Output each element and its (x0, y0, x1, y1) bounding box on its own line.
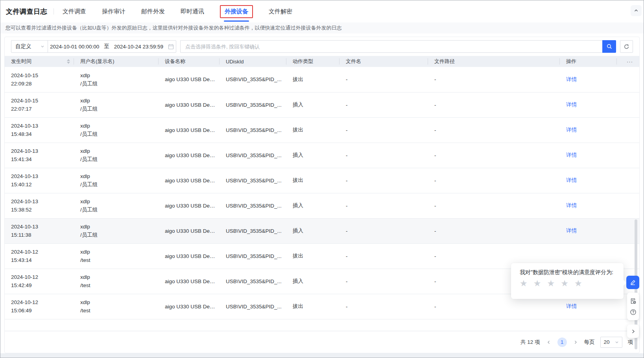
column-settings-button[interactable]: ··· (617, 56, 639, 67)
chevron-down-icon (615, 340, 619, 344)
cell-time: 2024-10-1215:42:49 (5, 269, 74, 294)
cell-extra (617, 67, 639, 92)
content-card: 自定义 2024-10-01 00:00:00 至 2024-10-24 23:… (4, 37, 640, 353)
cell-udiskid: USB\VID_3535&PID_... (220, 243, 286, 269)
refresh-button[interactable] (620, 40, 633, 53)
tab-3[interactable]: 邮件外发 (141, 8, 165, 15)
star-icon[interactable]: ★ (533, 279, 541, 288)
prev-page-button[interactable] (546, 340, 552, 345)
help-button[interactable] (630, 309, 637, 315)
cell-time: 2024-10-1315:40:12 (5, 168, 74, 193)
date-separator: 至 (104, 43, 109, 50)
col-header-udiskid: UDiskId (220, 56, 286, 67)
per-page-select[interactable]: 20 (600, 337, 622, 348)
cell-user: xdlp/员工组 (74, 67, 159, 92)
page-title: 文件调查日志 (6, 7, 47, 16)
col-header-operation: 操作 (560, 56, 617, 67)
table-row[interactable]: 2024-10-1315:38:52 xdlp/员工组 aigo U330 US… (5, 193, 639, 218)
chevron-down-icon (41, 45, 44, 48)
cell-udiskid: USB\VID_3535&PID_... (220, 143, 286, 168)
question-mark-icon (630, 309, 637, 315)
search-button[interactable] (602, 40, 616, 53)
page-description: 您可以查看并过滤通过外接设备（比如U盘等）外发的原始日志，这里提供针对外接设备外… (0, 22, 644, 33)
file-investigation-log-page: 文件调查日志 文件调查操作审计邮件外发即时通讯外接设备文件解密 您可以查看并过滤… (0, 0, 644, 358)
col-header-time[interactable]: 发生时间 (5, 56, 74, 67)
date-end: 2024-10-24 23:59:59 (114, 44, 163, 50)
detail-link[interactable]: 详情 (566, 228, 577, 234)
next-page-button[interactable] (572, 340, 579, 345)
star-icon[interactable]: ★ (561, 279, 568, 288)
table-row[interactable]: 2024-10-1315:40:12 xdlp/员工组 aigo U330 US… (5, 168, 639, 193)
detail-link[interactable]: 详情 (566, 152, 577, 158)
date-range-picker[interactable]: 2024-10-01 00:00:00 至 2024-10-24 23:59:5… (48, 40, 176, 53)
cell-filepath: - (428, 193, 560, 218)
cell-operation: 详情 (560, 218, 617, 243)
cell-filepath: - (428, 143, 560, 168)
cell-action-type: 插入 (286, 92, 340, 117)
current-page-button[interactable]: 1 (557, 338, 567, 347)
detail-link[interactable]: 详情 (566, 102, 577, 108)
col-header-device: 设备名称 (159, 56, 220, 67)
cell-action-type: 插入 (286, 218, 340, 243)
tab-5[interactable]: 外接设备 (220, 5, 253, 18)
cell-extra (617, 117, 639, 143)
table-row[interactable]: 2024-10-1522:09:28 xdlp/员工组 aigo U330 US… (5, 67, 639, 92)
search-input[interactable] (180, 40, 602, 53)
detail-link[interactable]: 详情 (566, 127, 577, 133)
cell-user: xdlp/test (74, 294, 159, 319)
star-icon[interactable]: ★ (574, 279, 582, 288)
cell-filepath: - (428, 117, 560, 143)
detail-link[interactable]: 详情 (566, 303, 577, 309)
cell-filename: - (340, 193, 428, 218)
pagination-bar: 共 12 项 1 每页 20 项 (5, 331, 639, 353)
cell-user: xdlp/员工组 (74, 143, 159, 168)
table-row[interactable]: 2024-10-1315:41:34 xdlp/员工组 aigo U330 US… (5, 143, 639, 168)
per-page-value: 20 (604, 339, 610, 345)
cell-time: 2024-10-1215:43:14 (5, 243, 74, 269)
table-row[interactable]: 2024-10-1522:07:17 xdlp/员工组 aigo U330 US… (5, 92, 639, 117)
expand-toolbar-button[interactable] (627, 325, 639, 338)
cell-action-type: 插入 (286, 143, 340, 168)
collapse-panel-button[interactable] (631, 5, 642, 16)
cell-action-type: 拔出 (286, 67, 340, 92)
detail-link[interactable]: 详情 (566, 202, 577, 208)
cell-time: 2024-10-1215:06:49 (5, 294, 74, 319)
cell-device: aigo U330 USB Device (159, 294, 220, 319)
cell-filename: - (340, 92, 428, 117)
star-icon[interactable]: ★ (520, 279, 528, 288)
cell-udiskid: USB\VID_3535&PID_... (220, 117, 286, 143)
cell-user: xdlp/员工组 (74, 193, 159, 218)
tab-2[interactable]: 操作审计 (102, 8, 125, 15)
table-row[interactable]: 2024-10-1315:48:34 xdlp/员工组 aigo U330 US… (5, 117, 639, 143)
tab-4[interactable]: 即时通讯 (181, 8, 204, 15)
cell-action-type: 拔出 (286, 117, 340, 143)
col-header-filepath: 文件路径 (428, 56, 560, 67)
star-icon[interactable]: ★ (547, 279, 555, 288)
cell-device: aigo U330 USB Device (159, 193, 220, 218)
date-range-type-select[interactable]: 自定义 (11, 40, 48, 53)
cell-device: aigo U330 USB Device (159, 117, 220, 143)
survey-form-button[interactable] (630, 298, 637, 304)
cell-action-type: 插入 (286, 269, 340, 294)
cell-operation: 详情 (560, 117, 617, 143)
cell-action-type: 拔出 (286, 243, 340, 269)
col-header-user: 用户名(显示名) (74, 56, 159, 67)
cell-operation: 详情 (560, 92, 617, 117)
tab-1[interactable]: 文件调查 (63, 8, 86, 15)
sort-icon[interactable] (67, 59, 70, 64)
detail-link[interactable]: 详情 (566, 76, 577, 82)
detail-link[interactable]: 详情 (566, 177, 577, 183)
col-header-filename: 文件名 (340, 56, 428, 67)
table-row[interactable]: 2024-10-1315:11:38 xdlp/员工组 aigo U330 US… (5, 218, 639, 243)
tab-6[interactable]: 文件解密 (269, 8, 292, 15)
cell-time: 2024-10-1315:41:34 (5, 143, 74, 168)
cell-user: xdlp/员工组 (74, 168, 159, 193)
cell-device: aigo U330 USB Device (159, 218, 220, 243)
cell-time: 2024-10-1522:07:17 (5, 92, 74, 117)
total-count: 共 12 项 (520, 339, 540, 346)
cell-time: 2024-10-1315:48:34 (5, 117, 74, 143)
feedback-button[interactable] (626, 276, 639, 289)
cell-filename: - (340, 269, 428, 294)
survey-form-icon (630, 298, 637, 304)
table-header: 发生时间 用户名(显示名) 设备名称 UDiskId 动作类型 文件名 文件路径… (5, 56, 639, 67)
